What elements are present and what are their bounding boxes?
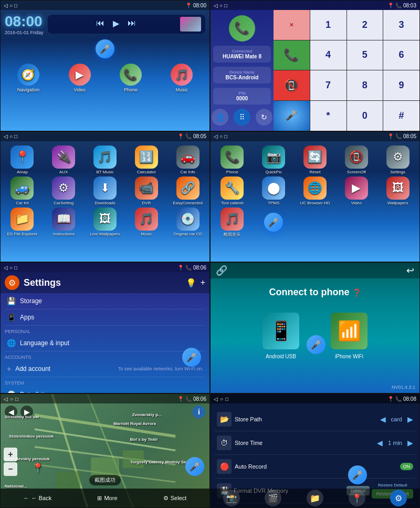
dialpad-btn[interactable]: ⠿ [234,109,250,126]
dial-3[interactable]: 3 [383,10,419,40]
p8-icon-2[interactable]: 🎬 [265,490,281,506]
app-kuwo[interactable]: 🎵 酷我音乐 [213,208,252,237]
app-carsetting[interactable]: ⚙ CarSetting [44,177,83,205]
app-amap[interactable]: 📍 Amap [3,146,42,174]
p6-back-icon[interactable]: ↩ [406,265,414,276]
dial-4[interactable]: 4 [310,40,346,70]
zoom-out-btn[interactable]: − [4,462,17,476]
app-phone[interactable]: 📞 Phone [120,64,142,92]
contacts-btn[interactable]: 👤 [212,109,228,126]
map-back-btn[interactable]: ◁ [4,396,8,402]
app-btmusic[interactable]: 🎵 BT Music [86,146,125,174]
menu-btn-p4[interactable]: □ [224,133,227,139]
mic-button-p8[interactable]: 🎤 [348,465,367,484]
app-easyconnected[interactable]: 🔗 EasyConnected [168,177,207,205]
prev-btn[interactable]: ⏮ [96,18,104,28]
map-select-btn[interactable]: ⚙ Select [163,495,187,502]
map-menu-btn[interactable]: □ [15,396,18,402]
app-music[interactable]: 🎵 Music [171,64,193,92]
next-btn[interactable]: ⏭ [128,18,136,28]
dial-6[interactable]: 6 [383,40,419,70]
map-back-btn-bottom[interactable]: ← ← Back [24,495,52,501]
store-time-left-arrow[interactable]: ◀ [377,439,383,447]
menu-btn-p8[interactable]: □ [225,396,228,402]
app-livewallpapers[interactable]: 🖼 Live Wallpapers [86,208,125,236]
app-video-p4[interactable]: ▶ Video [337,177,376,205]
app-reset[interactable]: 🔄 Reset [296,146,335,174]
app-ucbrowser[interactable]: 🌐 UC Browser HD [296,177,335,205]
settings-light-icon[interactable]: 💡 [186,278,196,288]
mic-button-p4[interactable]: 🎤 [264,213,283,232]
app-aux[interactable]: 🔌 AUX [44,146,83,174]
settings-item-datetime[interactable]: 🕐 Date & time [5,387,205,393]
app-navigation[interactable]: 🧭 Navigation [17,64,40,92]
app-quickpic[interactable]: 📷 QuickPic [254,146,293,174]
dial-8[interactable]: 8 [347,70,383,100]
p8-icon-5-active[interactable]: ⚙ [390,490,407,506]
p8-icon-1[interactable]: 📸 [223,490,240,506]
back-btn-p2[interactable]: ◁ [214,3,218,8]
app-phone-p4[interactable]: 📞 Phone [213,146,252,174]
map-info-icon[interactable]: i [193,406,205,418]
zoom-in-btn[interactable]: + [4,448,17,461]
store-path-left-arrow[interactable]: ◀ [380,415,386,423]
dial-call[interactable]: 📞 [274,40,310,70]
auto-record-toggle[interactable]: ON [400,463,414,470]
app-carinfo[interactable]: 🚗 Car Info [168,146,207,174]
help-icon-p6[interactable]: ❓ [352,288,361,297]
mic-button-p6[interactable]: 🎤 [307,335,326,354]
app-originalcarcd[interactable]: 💿 Original car CD [168,208,207,236]
app-downloads[interactable]: ⬇ Downloads [86,177,125,205]
home-btn-p4[interactable]: ○ [219,133,223,139]
home-btn-p5[interactable]: ○ [9,265,13,271]
dial-star[interactable]: * [310,101,346,131]
p8-icon-4[interactable]: 📍 [349,490,365,506]
sync-btn[interactable]: ↻ [256,109,272,126]
play-btn[interactable]: ▶ [113,18,119,28]
settings-item-apps[interactable]: 📱 Apps [5,309,205,326]
app-esfile[interactable]: 📁 ES File Explorer [3,208,42,236]
app-music-p3[interactable]: 🎵 Music [127,208,166,236]
mic-button-p5[interactable]: 🎤 [182,348,201,367]
app-screenoff[interactable]: 📵 ScreenOff [337,146,376,174]
settings-item-storage[interactable]: 💾 Storage [5,293,205,309]
p1-media-box[interactable]: ⏮ ▶ ⏭ [48,15,205,34]
menu-btn-p3[interactable]: □ [14,133,17,139]
settings-add-icon[interactable]: + [201,278,205,288]
app-wallpapers[interactable]: 🖼 Wallpapers [378,177,417,205]
app-carkit[interactable]: 🚙 Car Kit [3,177,42,205]
back-btn-p4[interactable]: ◁ [214,133,218,139]
app-instructions[interactable]: 📖 Instructions [44,208,83,236]
app-settings-p4[interactable]: ⚙ Settings [378,146,417,174]
dial-5[interactable]: 5 [347,40,383,70]
settings-item-addaccount[interactable]: + Add account To see available networks,… [5,361,205,377]
mic-button-p7[interactable]: 🎤 [185,457,204,476]
dial-9[interactable]: 9 [383,70,419,100]
p8-icon-3[interactable]: 📁 [307,490,323,506]
menu-btn-p5[interactable]: □ [14,265,17,271]
dial-mic[interactable]: 🎤 [274,101,310,131]
dial-delete[interactable]: ✕ [274,10,310,40]
dial-hangup[interactable]: 📵 [274,70,310,100]
p6-iphone-option[interactable]: 📶 iPhone WiFi [331,313,368,359]
app-calculator[interactable]: 🔢 Calculator [127,146,166,174]
dial-0[interactable]: 0 [347,101,383,131]
map-home-btn[interactable]: ○ [10,396,13,402]
home-btn-p2[interactable]: ○ [219,3,223,8]
back-btn-p5[interactable]: ◁ [4,265,8,271]
app-toolcabinet[interactable]: 🔧 Tool cabinet [213,177,252,205]
menu-btn-p1[interactable]: □ [14,3,17,8]
settings-item-language[interactable]: 🌐 Language & input [5,335,205,351]
dial-1[interactable]: 1 [310,10,346,40]
app-video[interactable]: ▶ Video [69,64,91,92]
home-btn-p1[interactable]: ○ [9,3,13,8]
dial-7[interactable]: 7 [310,70,346,100]
store-time-right-arrow[interactable]: ▶ [407,439,413,447]
app-dvr[interactable]: 📹 DVR [127,177,166,205]
mic-button-p1[interactable]: 🎤 [96,39,114,58]
store-path-right-arrow[interactable]: ▶ [407,415,413,423]
home-btn-p3[interactable]: ○ [9,133,13,139]
home-btn-p8[interactable]: ○ [220,396,223,402]
menu-btn-p2[interactable]: □ [224,3,227,8]
dial-hash[interactable]: # [383,101,419,131]
